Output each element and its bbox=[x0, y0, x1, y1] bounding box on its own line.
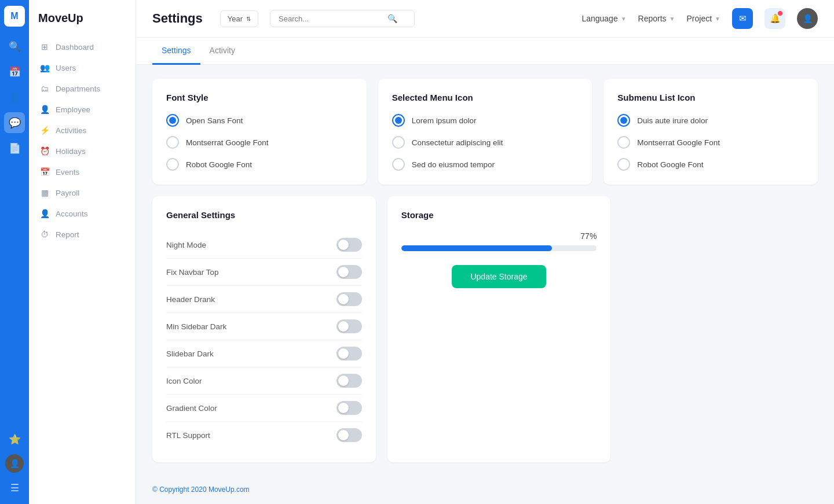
main-content: Settings Year ⇅ 🔍 Language ▼ Reports ▼ P… bbox=[136, 0, 834, 504]
mail-button[interactable]: ✉ bbox=[732, 8, 753, 29]
font-style-radio-group: Open Sans Font Montserrat Google Font Ro… bbox=[166, 114, 353, 171]
departments-icon: 🗂 bbox=[39, 84, 50, 93]
search-icon: 🔍 bbox=[387, 14, 397, 23]
submenu-icon-option-0[interactable]: Duis aute irure dolor bbox=[617, 114, 804, 127]
header-right: Language ▼ Reports ▼ Project ▼ ✉ 🔔 👤 bbox=[581, 8, 818, 29]
star-nav-icon[interactable]: ⭐ bbox=[4, 429, 25, 450]
toggle-switch-header-drank[interactable] bbox=[336, 292, 362, 306]
notifications-button[interactable]: 🔔 bbox=[765, 8, 785, 29]
user-avatar-sidebar[interactable]: 👤 bbox=[5, 454, 24, 473]
top-cards-row: Font Style Open Sans Font Montserrat Goo… bbox=[152, 79, 818, 185]
sidebar-item-departments[interactable]: 🗂 Departments bbox=[29, 78, 136, 99]
chat-nav-icon[interactable]: 💬 bbox=[4, 112, 25, 133]
font-option-2[interactable]: Robot Google Font bbox=[166, 158, 353, 171]
sidebar-label-dashboard: Dashboard bbox=[56, 43, 94, 51]
submenu-icon-option-1[interactable]: Montserrat Google Font bbox=[617, 136, 804, 149]
toggle-switch-slidebar-dark[interactable] bbox=[336, 347, 362, 360]
reports-label: Reports bbox=[638, 14, 667, 23]
events-icon: 📅 bbox=[39, 167, 50, 176]
toggle-switch-gradient-color[interactable] bbox=[336, 401, 362, 415]
toggle-fix-navbar: Fix Navbar Top bbox=[166, 259, 362, 286]
brand-title: MoveUp bbox=[29, 12, 136, 36]
project-arrow-icon: ▼ bbox=[715, 16, 720, 22]
font-option-0[interactable]: Open Sans Font bbox=[166, 114, 353, 127]
holidays-icon: ⏰ bbox=[39, 146, 50, 156]
sidebar-label-payroll: Payroll bbox=[56, 189, 79, 197]
toggle-switch-rtl-support[interactable] bbox=[336, 428, 362, 442]
toggle-switch-min-sidebar[interactable] bbox=[336, 319, 362, 333]
sidebar-label-users: Users bbox=[56, 64, 76, 72]
selected-menu-icon-title: Selected Menu Icon bbox=[392, 93, 579, 102]
project-dropdown[interactable]: Project ▼ bbox=[687, 14, 720, 23]
toggle-label-header-drank: Header Drank bbox=[166, 295, 215, 304]
language-dropdown[interactable]: Language ▼ bbox=[581, 14, 626, 23]
submenu-list-icon-title: Submenu List Icon bbox=[617, 93, 804, 102]
sidebar-nav: ⊞ Dashboard 👥 Users 🗂 Departments 👤 Empl… bbox=[29, 36, 136, 245]
font-option-1[interactable]: Montserrat Google Font bbox=[166, 136, 353, 149]
general-settings-title: General Settings bbox=[166, 210, 362, 220]
dashboard-icon: ⊞ bbox=[39, 42, 50, 51]
sidebar-item-dashboard[interactable]: ⊞ Dashboard bbox=[29, 36, 136, 57]
menu-nav-icon[interactable]: ☰ bbox=[4, 477, 25, 498]
menu-icon-option-1[interactable]: Consectetur adipiscing elit bbox=[392, 136, 579, 149]
sidebar-label-holidays: Holidays bbox=[56, 147, 86, 156]
calendar-nav-icon[interactable]: 📅 bbox=[4, 61, 25, 82]
sidebar-item-report[interactable]: ⏱ Report bbox=[29, 224, 136, 245]
sidebar-item-activities[interactable]: ⚡ Activities bbox=[29, 120, 136, 141]
sidebar-item-employee[interactable]: 👤 Employee bbox=[29, 99, 136, 120]
toggle-gradient-color: Gradient Color bbox=[166, 395, 362, 422]
sidebar-label-activities: Activities bbox=[56, 126, 86, 135]
submenu-icon-option-2[interactable]: Robot Google Font bbox=[617, 158, 804, 171]
person-nav-icon[interactable]: 👤 bbox=[4, 87, 25, 108]
update-storage-button[interactable]: Update Storage bbox=[452, 265, 546, 288]
selected-menu-icon-card: Selected Menu Icon Lorem ipsum dolor Con… bbox=[378, 79, 592, 185]
toggle-header-drank: Header Drank bbox=[166, 286, 362, 313]
submenu-icon-label-2: Robot Google Font bbox=[637, 160, 703, 169]
font-style-title: Font Style bbox=[166, 93, 353, 102]
menu-icon-option-0[interactable]: Lorem ipsum dolor bbox=[392, 114, 579, 127]
toggle-switch-icon-color[interactable] bbox=[336, 374, 362, 388]
tab-settings[interactable]: Settings bbox=[152, 38, 200, 65]
font-radio-1 bbox=[166, 136, 179, 149]
search-nav-icon[interactable]: 🔍 bbox=[4, 36, 25, 57]
logo-box[interactable]: M bbox=[4, 6, 25, 27]
menu-icon-label-0: Lorem ipsum dolor bbox=[412, 116, 477, 125]
sidebar-item-users[interactable]: 👥 Users bbox=[29, 57, 136, 78]
toggle-switch-fix-navbar[interactable] bbox=[336, 265, 362, 279]
sidebar-label-accounts: Accounts bbox=[56, 209, 88, 218]
sidebar-label-report: Report bbox=[56, 230, 79, 239]
toggle-label-fix-navbar: Fix Navbar Top bbox=[166, 268, 219, 277]
submenu-list-icon-card: Submenu List Icon Duis aute irure dolor … bbox=[603, 79, 818, 185]
sidebar-item-payroll[interactable]: ▦ Payroll bbox=[29, 182, 136, 203]
sidebar-item-accounts[interactable]: 👤 Accounts bbox=[29, 203, 136, 224]
left-sidebar: MoveUp ⊞ Dashboard 👥 Users 🗂 Departments… bbox=[29, 0, 136, 504]
storage-percent-label: 77% bbox=[401, 231, 597, 241]
logo-letter: M bbox=[10, 11, 18, 21]
reports-dropdown[interactable]: Reports ▼ bbox=[638, 14, 675, 23]
toggle-rtl-support: RTL Support bbox=[166, 422, 362, 448]
language-label: Language bbox=[581, 14, 617, 23]
payroll-icon: ▦ bbox=[39, 188, 50, 197]
font-label-2: Robot Google Font bbox=[186, 160, 252, 169]
year-selector[interactable]: Year ⇅ bbox=[220, 10, 258, 27]
tab-activity[interactable]: Activity bbox=[200, 38, 244, 65]
user-avatar-header[interactable]: 👤 bbox=[797, 8, 818, 29]
submenu-icon-radio-0 bbox=[617, 114, 630, 127]
employee-icon: 👤 bbox=[39, 105, 50, 114]
search-input[interactable] bbox=[279, 14, 383, 23]
font-label-1: Montserrat Google Font bbox=[186, 138, 269, 147]
toggle-switch-night-mode[interactable] bbox=[336, 238, 362, 252]
storage-progress-fill bbox=[401, 245, 552, 251]
storage-title: Storage bbox=[401, 210, 597, 220]
menu-icon-option-2[interactable]: Sed do eiusmod tempor bbox=[392, 158, 579, 171]
project-label: Project bbox=[687, 14, 712, 23]
users-icon: 👥 bbox=[39, 63, 50, 72]
sidebar-item-events[interactable]: 📅 Events bbox=[29, 161, 136, 182]
sidebar-item-holidays[interactable]: ⏰ Holidays bbox=[29, 141, 136, 161]
document-nav-icon[interactable]: 📄 bbox=[4, 138, 25, 159]
font-label-0: Open Sans Font bbox=[186, 116, 243, 125]
report-icon: ⏱ bbox=[39, 230, 50, 239]
settings-content: Font Style Open Sans Font Montserrat Goo… bbox=[136, 65, 834, 476]
footer: © Copyright 2020 MoveUp.com bbox=[136, 476, 834, 503]
menu-icon-label-1: Consectetur adipiscing elit bbox=[412, 138, 503, 147]
